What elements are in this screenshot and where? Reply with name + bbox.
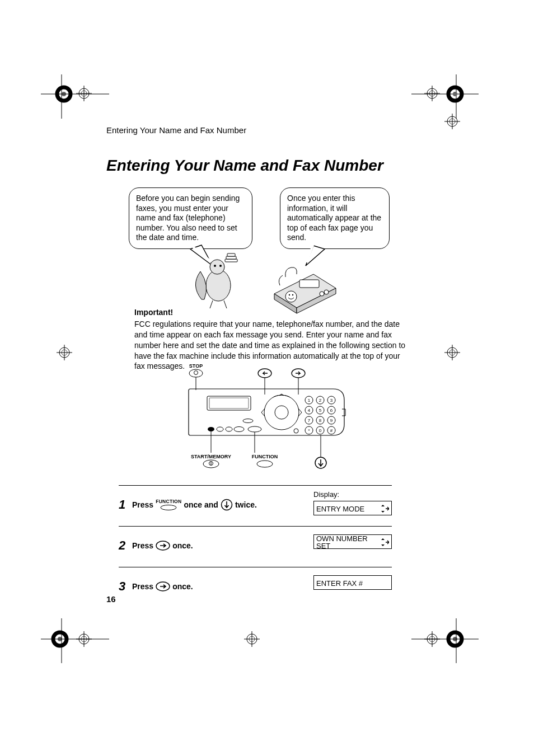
display-text: OWN NUMBER SET — [316, 535, 379, 550]
svg-text:6: 6 — [330, 408, 333, 413]
svg-text:*: * — [308, 428, 310, 433]
svg-point-44 — [294, 429, 298, 433]
display-box: ENTER FAX # — [313, 575, 392, 590]
manual-page: Entering Your Name and Fax Number Enteri… — [0, 0, 534, 756]
svg-rect-34 — [209, 398, 249, 408]
svg-point-16 — [214, 265, 216, 267]
svg-point-40 — [234, 427, 244, 432]
svg-point-38 — [217, 427, 223, 431]
down-arrow-key-icon — [221, 499, 233, 511]
svg-rect-20 — [227, 253, 235, 256]
text-once-and: once and — [184, 500, 218, 509]
keypad: 1 2 3 4 5 6 7 8 9 * 0 # — [305, 396, 335, 434]
display-text: ENTRY MODE — [316, 505, 364, 513]
svg-point-25 — [324, 290, 329, 294]
svg-text:7: 7 — [308, 418, 311, 423]
page-number: 16 — [106, 594, 116, 604]
step-1-display: Display: ENTRY MODE — [313, 490, 392, 515]
step-2: 2 Press once. OWN NUMBER SET — [119, 526, 392, 567]
svg-text:9: 9 — [330, 418, 333, 423]
svg-point-26 — [285, 291, 297, 302]
svg-point-37 — [208, 427, 214, 431]
function-key-icon: FUNCTION — [156, 499, 181, 510]
speech-bubbles: Before you can begin sending faxes, you … — [129, 187, 392, 305]
svg-point-35 — [264, 395, 299, 430]
display-arrows-icon — [379, 538, 389, 546]
svg-rect-18 — [225, 259, 237, 262]
svg-point-39 — [226, 427, 232, 431]
svg-rect-19 — [226, 256, 236, 259]
text-twice: twice. — [235, 500, 257, 509]
step-number: 2 — [119, 538, 132, 553]
diagram-function-label: FUNCTION — [252, 454, 278, 459]
svg-rect-23 — [299, 280, 319, 288]
display-label: Display: — [313, 490, 392, 499]
svg-text:#: # — [330, 428, 333, 433]
function-key-label: FUNCTION — [156, 499, 181, 504]
svg-point-75 — [161, 505, 176, 510]
svg-text:0: 0 — [319, 428, 322, 433]
svg-text:5: 5 — [319, 408, 322, 413]
svg-point-24 — [320, 292, 324, 296]
running-header: Entering Your Name and Fax Number — [106, 125, 246, 135]
right-arrow-key-icon — [156, 541, 170, 551]
page-title: Entering Your Name and Fax Number — [106, 157, 383, 175]
svg-text:4: 4 — [308, 408, 311, 413]
important-label: Important! — [134, 307, 409, 318]
svg-point-27 — [289, 294, 290, 295]
text-once: once. — [172, 582, 193, 591]
svg-text:2: 2 — [319, 398, 322, 403]
display-box: OWN NUMBER SET — [313, 534, 392, 549]
display-arrows-icon — [379, 505, 389, 513]
steps-list: 1 Press FUNCTION once and twice. Display… — [119, 485, 392, 608]
svg-point-41 — [248, 426, 261, 432]
step-number: 3 — [119, 579, 132, 594]
svg-point-43 — [243, 419, 253, 423]
display-text: ENTER FAX # — [316, 580, 363, 587]
step-2-display: OWN NUMBER SET — [313, 534, 392, 549]
svg-rect-33 — [207, 396, 251, 410]
svg-point-14 — [206, 270, 231, 301]
text-once: once. — [172, 541, 193, 550]
text-press: Press — [132, 541, 153, 550]
step-3-display: ENTER FAX # — [313, 575, 392, 590]
svg-point-36 — [275, 406, 288, 419]
step-1: 1 Press FUNCTION once and twice. Display… — [119, 485, 392, 526]
step-number: 1 — [119, 497, 132, 512]
control-panel-diagram: STOP — [176, 361, 361, 470]
bubble-illustrations — [129, 187, 392, 316]
svg-text:1: 1 — [308, 398, 311, 403]
diagram-stop-label: STOP — [189, 363, 203, 369]
svg-point-17 — [219, 265, 222, 267]
svg-text:3: 3 — [330, 398, 333, 403]
svg-text:8: 8 — [319, 418, 322, 423]
right-arrow-key-icon — [156, 581, 170, 591]
text-press: Press — [132, 582, 153, 591]
step-3: 3 Press once. ENTER FAX # — [119, 567, 392, 608]
svg-point-28 — [292, 294, 293, 295]
display-box: ENTRY MODE — [313, 501, 392, 515]
svg-point-73 — [257, 461, 273, 467]
text-press: Press — [132, 500, 153, 509]
diagram-startmemory-label: START/MEMORY — [191, 454, 231, 459]
svg-point-15 — [210, 260, 224, 274]
